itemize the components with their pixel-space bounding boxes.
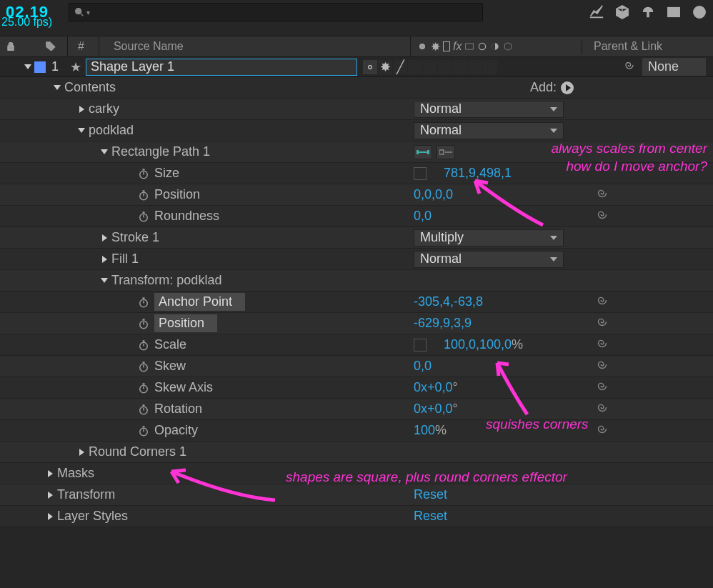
contents-group[interactable]: Contents (64, 80, 116, 95)
path-mode-2[interactable] (437, 145, 455, 159)
pickwhip-icon[interactable] (594, 399, 610, 419)
chevron-down-icon[interactable] (97, 149, 111, 154)
lock-icon[interactable] (4, 41, 17, 52)
cube-icon[interactable] (614, 4, 630, 20)
pickwhip-icon[interactable] (594, 292, 610, 312)
blend-dropdown[interactable]: Normal (414, 122, 564, 139)
opacity-value[interactable]: 100 (414, 423, 435, 438)
graph-icon[interactable] (589, 4, 604, 20)
prop-anchor-point[interactable]: Anchor Point (154, 293, 245, 311)
chevron-down-icon[interactable] (21, 64, 34, 69)
chevron-right-icon[interactable] (43, 492, 57, 499)
reset-link[interactable]: Reset (414, 487, 447, 502)
size-value-x[interactable]: 781,9 (444, 166, 476, 181)
stopwatch-icon[interactable] (136, 402, 151, 417)
link-icon[interactable] (414, 339, 427, 352)
chevron-down-icon[interactable] (50, 85, 64, 90)
prop-position2[interactable]: Position (154, 314, 217, 332)
prop-rotation[interactable]: Rotation (154, 402, 202, 417)
add-menu[interactable]: Add: (530, 80, 574, 95)
layer-row[interactable]: 1 ★ Shape Layer 1 ✸ ╱ None (0, 57, 713, 77)
position2-x[interactable]: -629,9 (414, 316, 450, 331)
parent-dropdown[interactable]: None (642, 58, 706, 76)
chevron-right-icon[interactable] (97, 234, 111, 241)
group-carky[interactable]: carky (89, 101, 119, 116)
star-icon[interactable]: ★ (70, 59, 81, 75)
layer-name-input[interactable]: Shape Layer 1 (86, 59, 357, 76)
group-fill[interactable]: Fill 1 (111, 251, 139, 266)
group-transform[interactable]: Transform: podklad (111, 273, 221, 288)
pickwhip-icon[interactable] (594, 185, 610, 204)
prop-opacity[interactable]: Opacity (154, 423, 198, 438)
tag-icon[interactable] (44, 40, 57, 53)
scale-y[interactable]: 100,0 (479, 337, 512, 352)
prop-size[interactable]: Size (154, 166, 179, 181)
chevron-down-icon[interactable] (74, 128, 89, 133)
blend-dropdown[interactable]: Normal (414, 251, 564, 268)
path-mode-1[interactable] (414, 145, 432, 159)
position2-y[interactable]: 3,9 (454, 316, 472, 331)
stopwatch-icon[interactable] (136, 380, 151, 396)
prop-skew-axis[interactable]: Skew Axis (154, 380, 213, 395)
chevron-right-icon[interactable] (97, 256, 111, 263)
blend-dropdown[interactable]: Multiply (414, 229, 564, 246)
layer-color-swatch[interactable] (34, 61, 46, 73)
stopwatch-icon[interactable] (136, 316, 151, 332)
chevron-right-icon[interactable] (74, 106, 89, 113)
chevron-right-icon[interactable] (43, 513, 57, 520)
roundness-value[interactable]: 0,0 (414, 209, 432, 224)
rotation-value[interactable]: 0x+0,0 (414, 402, 453, 417)
stopwatch-icon[interactable] (136, 294, 151, 310)
blend-dropdown[interactable]: Normal (414, 101, 564, 118)
prop-scale[interactable]: Scale (154, 337, 186, 352)
mushroom-icon[interactable] (640, 4, 656, 20)
stopwatch-icon[interactable] (136, 359, 151, 374)
stopwatch-icon[interactable] (136, 423, 151, 439)
pickwhip-icon[interactable] (594, 314, 610, 333)
source-name-header[interactable]: Source Name (114, 40, 184, 53)
group-podklad[interactable]: podklad (89, 123, 134, 138)
chevron-down-icon[interactable] (97, 278, 111, 283)
properties-tree: ContentsAdd: carkyNormal podkladNormal R… (0, 77, 713, 527)
position-y[interactable]: 0,0 (435, 187, 453, 202)
anchor-y[interactable]: -63,8 (454, 294, 483, 309)
link-icon[interactable] (414, 167, 427, 180)
pickwhip-icon[interactable] (594, 357, 610, 376)
stopwatch-icon[interactable] (136, 337, 151, 353)
size-value-y[interactable]: 498,1 (479, 166, 512, 181)
scale-x[interactable]: 100,0 (444, 337, 476, 352)
stopwatch-icon[interactable] (136, 166, 151, 181)
switch-lock[interactable]: ╱ (393, 60, 407, 74)
rectangle-path[interactable]: Rectangle Path 1 (111, 144, 210, 159)
filmstrip-icon[interactable] (666, 4, 682, 20)
pickwhip-icon[interactable] (594, 206, 610, 226)
chevron-right-icon[interactable] (74, 449, 89, 456)
stopwatch-icon[interactable] (136, 209, 151, 224)
position-x[interactable]: 0,0 (414, 187, 432, 202)
globe-icon[interactable] (692, 4, 707, 20)
svg-rect-36 (143, 340, 145, 342)
group-stroke[interactable]: Stroke 1 (111, 230, 159, 245)
search-input[interactable]: ▾ (69, 3, 483, 21)
anchor-x[interactable]: -305,4 (414, 294, 450, 309)
prop-skew[interactable]: Skew (154, 359, 186, 374)
switch-vis[interactable] (363, 60, 377, 74)
skew-value[interactable]: 0,0 (414, 359, 432, 374)
parent-link-header[interactable]: Parent & Link (594, 40, 662, 52)
pickwhip-icon[interactable] (594, 421, 610, 440)
switch-solo[interactable]: ✸ (378, 60, 392, 74)
group-masks[interactable]: Masks (57, 466, 94, 481)
pickwhip-icon[interactable] (594, 378, 610, 397)
vis-icon[interactable] (417, 41, 428, 52)
group-layer-styles[interactable]: Layer Styles (57, 509, 128, 524)
pickwhip-icon[interactable] (594, 335, 610, 354)
stopwatch-icon[interactable] (136, 187, 151, 203)
prop-position[interactable]: Position (154, 187, 200, 202)
prop-roundness[interactable]: Roundness (154, 209, 219, 224)
reset-link[interactable]: Reset (414, 509, 447, 524)
group-transform2[interactable]: Transform (57, 487, 115, 502)
pickwhip-icon[interactable] (622, 58, 637, 76)
skew-axis-value[interactable]: 0x+0,0 (414, 380, 453, 395)
chevron-right-icon[interactable] (43, 470, 57, 477)
group-round-corners[interactable]: Round Corners 1 (89, 444, 186, 459)
